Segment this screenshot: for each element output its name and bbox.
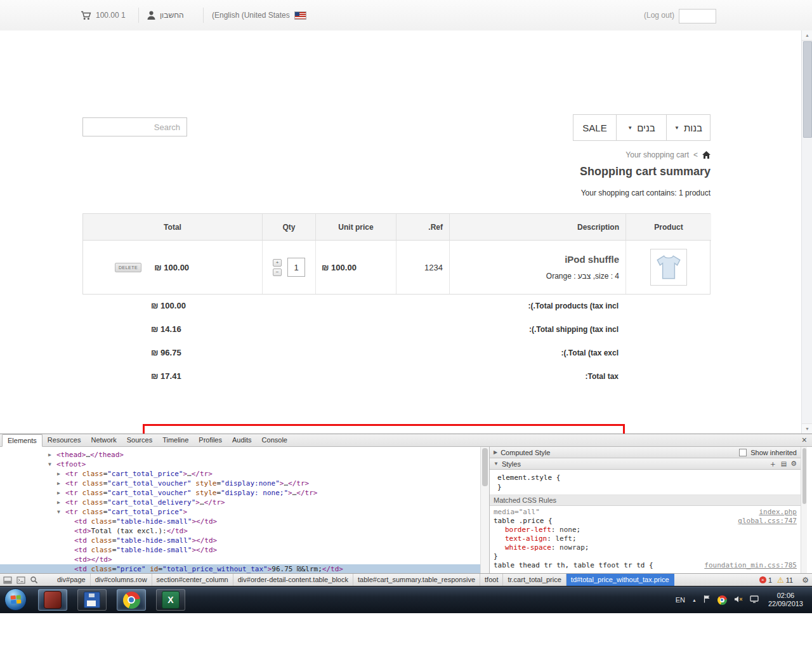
element-state-icon[interactable]: ▤ [781, 461, 787, 467]
delete-button[interactable]: DELETE [115, 263, 141, 272]
dom-node-code: <td></td> [74, 555, 112, 564]
product-name-link[interactable]: iPod shuffle [565, 254, 619, 265]
stylesheet-link[interactable]: index.php [759, 508, 797, 517]
new-style-rule-icon[interactable]: ＋ [769, 460, 777, 468]
gear-icon[interactable]: ⚙ [790, 460, 797, 467]
collapsed-arrow-icon[interactable]: ▶ [57, 498, 65, 507]
dom-tree-node[interactable]: <td class="table-hide-small"></td> [0, 517, 480, 526]
dom-breadcrumb-item[interactable]: tfoot [480, 574, 503, 586]
menu-item-label: SALE [582, 123, 606, 133]
dom-scrollbar[interactable] [480, 447, 489, 573]
dock-icon[interactable] [3, 576, 12, 584]
devtools-tab-elements[interactable]: Elements [2, 434, 43, 447]
scroll-down-arrow-icon[interactable]: ▼ [802, 423, 812, 434]
expanded-arrow-icon[interactable]: ▼ [48, 460, 56, 469]
dom-breadcrumb-item[interactable]: table#cart_summary.table_responsive [353, 574, 480, 586]
unit-price: ₪ 100.00 [322, 263, 357, 272]
styles-scrollbar[interactable] [801, 447, 807, 573]
product-image[interactable] [650, 249, 687, 286]
taskbar-excel[interactable]: X [156, 589, 185, 611]
computed-style-header[interactable]: ▶ Computed Style Show inherited [490, 447, 801, 458]
devtools-tab-audits[interactable]: Audits [227, 434, 257, 446]
styles-header[interactable]: ▼ Styles ＋ ▤ ⚙ [490, 458, 801, 470]
dom-tree-node[interactable]: ▶<thead>…</thead> [0, 450, 480, 460]
devtools-tab-sources[interactable]: Sources [122, 434, 157, 446]
devtools-tab-profiles[interactable]: Profiles [193, 434, 227, 446]
dom-tree-node[interactable]: ▼<tfoot> [0, 460, 480, 469]
show-inherited-checkbox[interactable] [739, 449, 747, 456]
dom-breadcrumb-item[interactable]: td#total_price_without_tax.price [566, 574, 674, 586]
cart-cell-ref: 1234 [396, 241, 449, 294]
dom-tree-node[interactable]: ▶<tr class="cart_total_voucher" style="d… [0, 488, 480, 498]
settings-gear-icon[interactable] [802, 576, 809, 585]
account-link[interactable]: החשבון [147, 0, 184, 30]
dom-breadcrumb-item[interactable]: section#center_column [152, 574, 233, 586]
cart-link[interactable]: 100.00 1 [81, 0, 126, 30]
expanded-arrow-icon[interactable]: ▼ [57, 507, 65, 517]
breadcrumb-current[interactable]: Your shopping cart [625, 150, 689, 159]
devtools-tab-console[interactable]: Console [257, 434, 292, 446]
tray-expand-icon[interactable]: ▲ [692, 598, 697, 602]
home-icon[interactable] [702, 151, 710, 159]
search-icon[interactable] [30, 576, 38, 584]
close-icon[interactable] [802, 435, 807, 445]
devtools-tab-network[interactable]: Network [86, 434, 121, 446]
taskbar-app-2[interactable] [77, 589, 107, 611]
taskbar-chrome[interactable] [117, 589, 146, 611]
devtools-tab-resources[interactable]: Resources [43, 434, 86, 446]
dom-tree-node[interactable]: <td class="table-hide-small"></td> [0, 536, 480, 545]
qty-increase-button[interactable]: + [273, 259, 282, 267]
scroll-up-arrow-icon[interactable]: ▲ [802, 30, 812, 41]
dom-tree-node[interactable]: <td class="price" id="total_price_withou… [0, 564, 480, 573]
action-center-flag-icon[interactable] [704, 594, 710, 606]
css-rule-line: global.css:747table .price { [490, 517, 801, 526]
dom-tree-node[interactable]: ▶<tr class="cart_total_delivery">…</tr> [0, 498, 480, 507]
stylesheet-link[interactable]: foundation_min.css:785 [704, 561, 797, 570]
dom-breadcrumb-item[interactable]: div#columns.row [91, 574, 152, 586]
collapsed-arrow-icon[interactable]: ▶ [48, 450, 56, 460]
scroll-thumb[interactable] [802, 448, 806, 504]
taskbar-app-1[interactable] [38, 589, 67, 611]
volume-muted-icon[interactable] [734, 594, 743, 606]
language-indicator[interactable]: EN [676, 596, 685, 604]
menu-item-1[interactable]: SALE [573, 115, 616, 140]
dom-tree-node[interactable]: <td></td> [0, 555, 480, 564]
warning-counter[interactable]: 11 [777, 576, 793, 584]
dom-tree-node[interactable]: ▶<tr class="cart_total_price">…</tr> [0, 469, 480, 479]
dom-breadcrumb-item[interactable]: tr.cart_total_price [503, 574, 566, 586]
collapsed-arrow-icon[interactable]: ▶ [57, 479, 65, 488]
stylesheet-link[interactable]: global.css:747 [738, 517, 797, 526]
clock[interactable]: 02:06 22/09/2013 [766, 592, 806, 608]
qty-input[interactable] [287, 258, 305, 277]
collapsed-arrow-icon[interactable]: ▶ [57, 488, 65, 498]
console-toggle-icon[interactable] [16, 576, 25, 584]
scroll-thumb[interactable] [482, 448, 488, 486]
search-input[interactable] [82, 117, 187, 136]
dom-tree-node[interactable]: <td class="table-hide-small"></td> [0, 545, 480, 555]
column-header-label: Description [577, 223, 619, 232]
error-counter[interactable]: 1 [759, 576, 772, 584]
dom-breadcrumb-item[interactable]: div#page [53, 574, 91, 586]
page-scrollbar[interactable]: ▲ ▼ [801, 30, 812, 434]
dom-tree-node[interactable]: ▼<tr class="cart_total_price"> [0, 507, 480, 517]
collapsed-arrow-icon[interactable]: ▶ [57, 469, 65, 479]
css-rule-line: index.phpmedia="all" [490, 508, 801, 517]
logout-link[interactable]: (Log out) [644, 0, 674, 30]
devtools-tab-timeline[interactable]: Timeline [157, 434, 193, 446]
collapsed-arrow-icon[interactable]: ▶ [494, 449, 497, 455]
language-selector[interactable]: (English (United States [212, 0, 306, 30]
network-icon[interactable] [750, 594, 759, 606]
cart-totals: :(.Total products (tax incl₪ 100.00:(.To… [82, 295, 710, 388]
dom-tree-node[interactable]: ▶<tr class="cart_total_voucher" style="d… [0, 479, 480, 488]
expanded-arrow-icon[interactable]: ▼ [494, 461, 499, 467]
scrollbar-thumb[interactable] [803, 41, 812, 138]
topbar-input[interactable] [679, 9, 716, 23]
menu-item-2[interactable]: ▼בנים [616, 115, 666, 140]
chrome-tray-icon[interactable] [717, 595, 727, 605]
dom-tree-node[interactable]: <td>Total (tax excl.):</td> [0, 526, 480, 536]
qty-decrease-button[interactable]: − [273, 269, 282, 276]
dom-breadcrumb-item[interactable]: div#order-detail-content.table_block [233, 574, 353, 586]
devtools-tabs: ElementsResourcesNetworkSourcesTimelineP… [2, 434, 292, 446]
menu-item-3[interactable]: ▼בנות [666, 115, 710, 140]
start-button[interactable] [4, 588, 27, 611]
